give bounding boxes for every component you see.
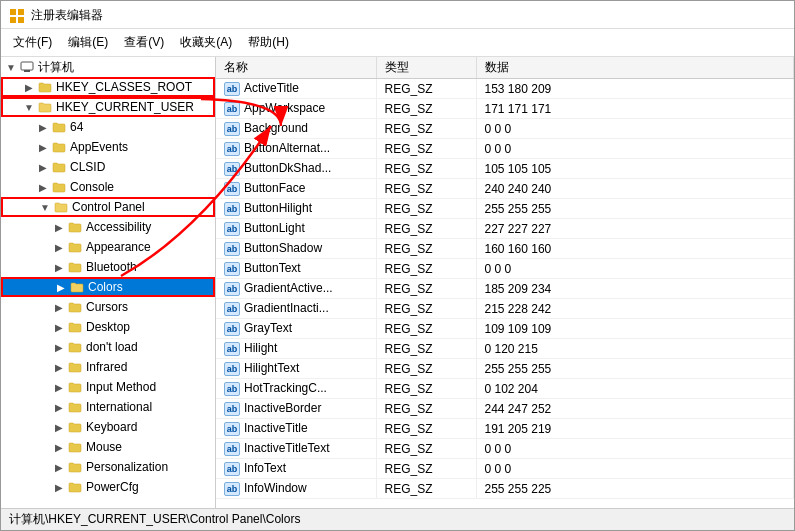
col-data: 数据 bbox=[476, 57, 794, 79]
table-row[interactable]: abInactiveBorderREG_SZ244 247 252 bbox=[216, 399, 794, 419]
tree-item-classes-root[interactable]: ▶ HKEY_CLASSES_ROOT bbox=[1, 77, 215, 97]
tree-label-computer: 计算机 bbox=[38, 59, 74, 76]
expand-icon-accessibility: ▶ bbox=[51, 222, 67, 233]
reg-data-cell: 109 109 109 bbox=[476, 319, 794, 339]
reg-data-cell: 215 228 242 bbox=[476, 299, 794, 319]
tree-item-keyboard[interactable]: ▶ Keyboard bbox=[1, 417, 215, 437]
table-row[interactable]: abHilightREG_SZ0 120 215 bbox=[216, 339, 794, 359]
menu-file[interactable]: 文件(F) bbox=[5, 31, 60, 54]
tree-item-computer[interactable]: ▼ 计算机 bbox=[1, 57, 215, 77]
menu-favorites[interactable]: 收藏夹(A) bbox=[172, 31, 240, 54]
reg-type-cell: REG_SZ bbox=[376, 479, 476, 499]
expand-icon-personalization: ▶ bbox=[51, 462, 67, 473]
tree-item-mouse[interactable]: ▶ Mouse bbox=[1, 437, 215, 457]
table-row[interactable]: abActiveTitleREG_SZ153 180 209 bbox=[216, 79, 794, 99]
reg-data-cell: 153 180 209 bbox=[476, 79, 794, 99]
tree-label-personalization: Personalization bbox=[86, 460, 168, 474]
folder-icon-clsid bbox=[51, 160, 67, 174]
tree-item-cursors[interactable]: ▶ Cursors bbox=[1, 297, 215, 317]
reg-type-cell: REG_SZ bbox=[376, 79, 476, 99]
tree-item-dontload[interactable]: ▶ don't load bbox=[1, 337, 215, 357]
menu-bar: 文件(F) 编辑(E) 查看(V) 收藏夹(A) 帮助(H) bbox=[1, 29, 794, 57]
table-row[interactable]: abAppWorkspaceREG_SZ171 171 171 bbox=[216, 99, 794, 119]
tree-item-appevents[interactable]: ▶ AppEvents bbox=[1, 137, 215, 157]
table-row[interactable]: abInfoWindowREG_SZ255 255 225 bbox=[216, 479, 794, 499]
reg-data-cell: 191 205 219 bbox=[476, 419, 794, 439]
folder-icon-cursors bbox=[67, 300, 83, 314]
table-row[interactable]: abHotTrackingC...REG_SZ0 102 204 bbox=[216, 379, 794, 399]
expand-icon: ▼ bbox=[3, 62, 19, 73]
folder-icon-appearance bbox=[67, 240, 83, 254]
menu-view[interactable]: 查看(V) bbox=[116, 31, 172, 54]
table-row[interactable]: abButtonFaceREG_SZ240 240 240 bbox=[216, 179, 794, 199]
status-text: 计算机\HKEY_CURRENT_USER\Control Panel\Colo… bbox=[9, 511, 300, 528]
tree-view[interactable]: ▼ 计算机 ▶ HKEY_CLASSES_ROOT ▼ bbox=[1, 57, 216, 508]
menu-help[interactable]: 帮助(H) bbox=[240, 31, 297, 54]
table-row[interactable]: abGrayTextREG_SZ109 109 109 bbox=[216, 319, 794, 339]
reg-type-cell: REG_SZ bbox=[376, 199, 476, 219]
table-row[interactable]: abGradientActive...REG_SZ185 209 234 bbox=[216, 279, 794, 299]
reg-data-cell: 255 255 255 bbox=[476, 199, 794, 219]
tree-item-control-panel[interactable]: ▼ Control Panel bbox=[1, 197, 215, 217]
reg-data-cell: 0 102 204 bbox=[476, 379, 794, 399]
tree-item-input-method[interactable]: ▶ Input Method bbox=[1, 377, 215, 397]
tree-item-desktop[interactable]: ▶ Desktop bbox=[1, 317, 215, 337]
tree-label-dontload: don't load bbox=[86, 340, 138, 354]
tree-item-bluetooth[interactable]: ▶ Bluetooth bbox=[1, 257, 215, 277]
expand-icon-64: ▶ bbox=[35, 122, 51, 133]
reg-type-cell: REG_SZ bbox=[376, 379, 476, 399]
reg-data-cell: 255 255 225 bbox=[476, 479, 794, 499]
tree-item-appearance[interactable]: ▶ Appearance bbox=[1, 237, 215, 257]
reg-type-cell: REG_SZ bbox=[376, 339, 476, 359]
main-content: ▼ 计算机 ▶ HKEY_CLASSES_ROOT ▼ bbox=[1, 57, 794, 508]
reg-name-cell: abHilight bbox=[216, 339, 376, 359]
reg-type-cell: REG_SZ bbox=[376, 159, 476, 179]
tree-item-current-user[interactable]: ▼ HKEY_CURRENT_USER bbox=[1, 97, 215, 117]
folder-icon-appevents bbox=[51, 140, 67, 154]
tree-item-64[interactable]: ▶ 64 bbox=[1, 117, 215, 137]
folder-icon-international bbox=[67, 400, 83, 414]
folder-icon-bluetooth bbox=[67, 260, 83, 274]
tree-item-personalization[interactable]: ▶ Personalization bbox=[1, 457, 215, 477]
expand-icon-cursors: ▶ bbox=[51, 302, 67, 313]
reg-data-cell: 171 171 171 bbox=[476, 99, 794, 119]
col-type: 类型 bbox=[376, 57, 476, 79]
table-row[interactable]: abButtonTextREG_SZ0 0 0 bbox=[216, 259, 794, 279]
tree-label-desktop: Desktop bbox=[86, 320, 130, 334]
tree-label-accessibility: Accessibility bbox=[86, 220, 151, 234]
tree-item-accessibility[interactable]: ▶ Accessibility bbox=[1, 217, 215, 237]
table-row[interactable]: abInfoTextREG_SZ0 0 0 bbox=[216, 459, 794, 479]
reg-type-cell: REG_SZ bbox=[376, 179, 476, 199]
table-row[interactable]: abButtonAlternat...REG_SZ0 0 0 bbox=[216, 139, 794, 159]
table-row[interactable]: abHilightTextREG_SZ255 255 255 bbox=[216, 359, 794, 379]
menu-edit[interactable]: 编辑(E) bbox=[60, 31, 116, 54]
reg-data-cell: 105 105 105 bbox=[476, 159, 794, 179]
tree-item-infrared[interactable]: ▶ Infrared bbox=[1, 357, 215, 377]
computer-icon bbox=[19, 60, 35, 74]
tree-item-console[interactable]: ▶ Console bbox=[1, 177, 215, 197]
table-row[interactable]: abInactiveTitleTextREG_SZ0 0 0 bbox=[216, 439, 794, 459]
tree-item-international[interactable]: ▶ International bbox=[1, 397, 215, 417]
tree-item-colors[interactable]: ▶ Colors bbox=[1, 277, 215, 297]
tree-label-appevents: AppEvents bbox=[70, 140, 128, 154]
table-row[interactable]: abButtonHilightREG_SZ255 255 255 bbox=[216, 199, 794, 219]
tree-label-infrared: Infrared bbox=[86, 360, 127, 374]
tree-label-powercfg: PowerCfg bbox=[86, 480, 139, 494]
table-row[interactable]: abInactiveTitleREG_SZ191 205 219 bbox=[216, 419, 794, 439]
table-row[interactable]: abButtonDkShad...REG_SZ105 105 105 bbox=[216, 159, 794, 179]
table-row[interactable]: abBackgroundREG_SZ0 0 0 bbox=[216, 119, 794, 139]
tree-item-powercfg[interactable]: ▶ PowerCfg bbox=[1, 477, 215, 497]
expand-icon-desktop: ▶ bbox=[51, 322, 67, 333]
tree-item-clsid[interactable]: ▶ CLSID bbox=[1, 157, 215, 177]
svg-rect-0 bbox=[10, 9, 16, 15]
table-row[interactable]: abGradientInacti...REG_SZ215 228 242 bbox=[216, 299, 794, 319]
tree-label-colors: Colors bbox=[88, 280, 123, 294]
reg-name-cell: abActiveTitle bbox=[216, 79, 376, 99]
table-row[interactable]: abButtonLightREG_SZ227 227 227 bbox=[216, 219, 794, 239]
table-row[interactable]: abButtonShadowREG_SZ160 160 160 bbox=[216, 239, 794, 259]
reg-name-cell: abAppWorkspace bbox=[216, 99, 376, 119]
expand-icon-colors: ▶ bbox=[53, 282, 69, 293]
tree-label-console: Console bbox=[70, 180, 114, 194]
reg-data-cell: 0 120 215 bbox=[476, 339, 794, 359]
folder-icon-infrared bbox=[67, 360, 83, 374]
